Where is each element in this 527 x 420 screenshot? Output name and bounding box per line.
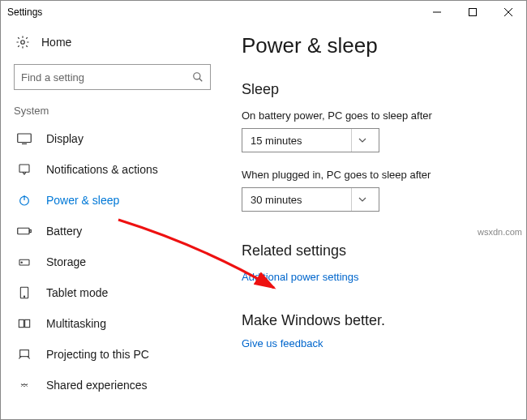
storage-icon bbox=[17, 255, 32, 269]
gear-icon bbox=[15, 35, 30, 49]
notifications-icon bbox=[17, 162, 32, 177]
content-area: Home System Display Notifications & bbox=[1, 24, 526, 419]
minimize-button[interactable] bbox=[419, 1, 455, 24]
svg-point-4 bbox=[21, 41, 25, 45]
tablet-icon bbox=[17, 285, 32, 300]
watermark: wsxdn.com bbox=[478, 227, 522, 237]
svg-rect-7 bbox=[18, 134, 32, 143]
main-panel: Power & sleep Sleep On battery power, PC… bbox=[224, 24, 526, 419]
plugged-sleep-value: 30 minutes bbox=[251, 194, 302, 206]
shared-icon bbox=[17, 378, 32, 392]
sleep-heading: Sleep bbox=[242, 81, 508, 98]
battery-sleep-label: On battery power, PC goes to sleep after bbox=[242, 109, 508, 122]
svg-rect-12 bbox=[18, 228, 29, 234]
window-controls bbox=[419, 1, 526, 24]
svg-point-17 bbox=[24, 296, 24, 297]
svg-rect-9 bbox=[19, 165, 29, 172]
search-icon bbox=[192, 71, 204, 83]
close-button[interactable] bbox=[491, 1, 526, 24]
sidebar-item-projecting[interactable]: Projecting to this PC bbox=[11, 339, 214, 370]
related-heading: Related settings bbox=[242, 242, 508, 259]
sidebar-item-multitasking[interactable]: Multitasking bbox=[11, 308, 214, 339]
section-label: System bbox=[14, 105, 211, 117]
sidebar-item-storage[interactable]: Storage bbox=[11, 246, 214, 277]
projecting-icon bbox=[17, 347, 32, 362]
sidebar-item-notifications[interactable]: Notifications & actions bbox=[11, 154, 214, 185]
settings-window: Settings Home bbox=[0, 0, 527, 420]
sidebar-item-display[interactable]: Display bbox=[11, 123, 214, 154]
page-title: Power & sleep bbox=[242, 33, 508, 58]
chevron-down-icon bbox=[351, 129, 372, 152]
power-icon bbox=[17, 193, 32, 208]
sidebar-item-label: Display bbox=[46, 132, 84, 145]
feedback-heading: Make Windows better. bbox=[242, 312, 508, 329]
sidebar-item-label: Tablet mode bbox=[46, 286, 108, 299]
sidebar-item-label: Battery bbox=[46, 225, 82, 238]
chevron-down-icon bbox=[351, 188, 372, 211]
svg-point-15 bbox=[21, 262, 22, 263]
sidebar-item-shared-experiences[interactable]: Shared experiences bbox=[11, 370, 214, 401]
sidebar-item-battery[interactable]: Battery bbox=[11, 216, 214, 246]
sidebar-item-power-sleep[interactable]: Power & sleep bbox=[11, 185, 214, 216]
sidebar: Home System Display Notifications & bbox=[1, 24, 224, 419]
sidebar-item-label: Notifications & actions bbox=[46, 163, 158, 176]
home-button[interactable]: Home bbox=[11, 28, 214, 56]
svg-rect-1 bbox=[469, 9, 477, 16]
plugged-sleep-select[interactable]: 30 minutes bbox=[242, 187, 379, 212]
svg-rect-18 bbox=[19, 319, 24, 327]
multitasking-icon bbox=[17, 316, 32, 331]
svg-rect-20 bbox=[20, 350, 29, 357]
titlebar: Settings bbox=[1, 1, 526, 24]
search-box[interactable] bbox=[14, 64, 211, 90]
related-section: Related settings Additional power settin… bbox=[242, 242, 508, 283]
sidebar-item-tablet-mode[interactable]: Tablet mode bbox=[11, 277, 214, 308]
home-label: Home bbox=[41, 36, 71, 49]
svg-point-5 bbox=[194, 73, 200, 79]
battery-icon bbox=[17, 224, 32, 238]
battery-sleep-value: 15 minutes bbox=[251, 135, 302, 147]
sidebar-item-label: Projecting to this PC bbox=[46, 348, 149, 361]
sidebar-item-label: Power & sleep bbox=[46, 194, 119, 207]
battery-sleep-select[interactable]: 15 minutes bbox=[242, 128, 379, 152]
svg-rect-19 bbox=[25, 319, 30, 327]
additional-power-settings-link[interactable]: Additional power settings bbox=[242, 271, 508, 283]
search-input[interactable] bbox=[21, 71, 192, 84]
svg-rect-13 bbox=[30, 230, 32, 233]
sidebar-item-label: Shared experiences bbox=[46, 379, 148, 392]
window-title: Settings bbox=[7, 6, 42, 18]
plugged-sleep-label: When plugged in, PC goes to sleep after bbox=[242, 169, 508, 181]
feedback-link[interactable]: Give us feedback bbox=[242, 337, 508, 349]
svg-line-6 bbox=[199, 79, 203, 82]
display-icon bbox=[17, 131, 32, 146]
maximize-button[interactable] bbox=[455, 1, 491, 24]
feedback-section: Make Windows better. Give us feedback bbox=[242, 312, 508, 349]
sidebar-item-label: Storage bbox=[46, 255, 86, 268]
sidebar-item-label: Multitasking bbox=[46, 317, 106, 330]
